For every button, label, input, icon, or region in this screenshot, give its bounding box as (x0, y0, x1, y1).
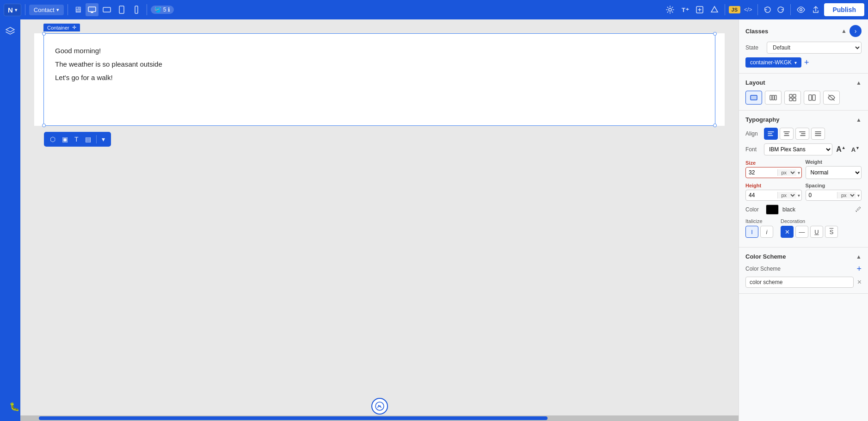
page-name-label: Contact (34, 6, 55, 13)
handle-top-left[interactable] (42, 32, 46, 36)
layout-block-btn[interactable] (745, 91, 762, 105)
canvas-scrollbar-thumb[interactable] (39, 416, 548, 420)
handle-top-right[interactable] (713, 32, 717, 36)
svg-rect-3 (119, 6, 124, 13)
height-input[interactable]: 44 (746, 190, 777, 200)
add-element-btn[interactable] (693, 3, 706, 16)
layers-icon[interactable] (2, 23, 18, 39)
move-icon: ✛ (72, 25, 76, 31)
spacing-unit-select[interactable]: px (837, 192, 856, 198)
deco-line-through-btn[interactable]: — (795, 226, 808, 238)
font-size-increase-btn[interactable]: A▲ (834, 144, 847, 155)
align-center-btn[interactable] (780, 128, 794, 140)
layout-flex-btn[interactable] (765, 91, 782, 105)
layout-hidden-btn[interactable] (823, 91, 840, 105)
svg-rect-17 (789, 98, 792, 101)
color-swatch[interactable] (766, 204, 779, 215)
top-toolbar: N ▾ Contact ▾ 🖥 🪣 5 ℹ T (0, 0, 868, 19)
canvas-scrollbar[interactable] (20, 415, 739, 421)
classes-section-title: Classes (745, 28, 768, 35)
font-size-decrease-btn[interactable]: A▼ (850, 145, 862, 154)
text-line-3: Let's go for a walk! (55, 74, 704, 81)
layout-grid-btn[interactable] (784, 91, 801, 105)
container-label: Container ✛ (43, 24, 80, 31)
right-panel: Classes ▲ › State Default container-WKGK… (739, 19, 868, 421)
element-toolbar-more-btn[interactable]: ▾ (99, 134, 107, 145)
font-select[interactable]: IBM Plex Sans (764, 143, 832, 155)
color-scheme-input[interactable] (745, 277, 854, 288)
height-unit-select[interactable]: px (777, 192, 796, 198)
element-toolbar-connect-btn[interactable]: ⬡ (48, 134, 58, 145)
svg-rect-15 (789, 94, 792, 97)
svg-rect-12 (770, 95, 772, 100)
layout-cols-btn[interactable] (804, 91, 820, 105)
typography-section: Typography ▲ Align (739, 111, 868, 248)
weight-label: Weight (806, 159, 862, 165)
font-label: Font (745, 146, 762, 153)
settings-1-btn[interactable] (664, 3, 677, 16)
device-tablet-btn[interactable] (115, 3, 128, 16)
divider-5 (757, 4, 758, 15)
classes-collapse-icon: ▲ (841, 28, 847, 34)
bug-icon[interactable]: 🐛 (9, 402, 19, 412)
container-element[interactable]: Container ✛ Good morning! The weather is… (43, 33, 715, 126)
size-input[interactable]: 32 (746, 167, 777, 178)
spacing-label: Spacing (806, 183, 862, 188)
history-badge: 🪣 5 ℹ (151, 6, 174, 14)
device-desktop-btn[interactable]: 🖥 (72, 4, 84, 16)
color-scheme-section: Color Scheme ▲ Color Scheme + × (739, 248, 868, 294)
webflow-logo[interactable] (371, 398, 388, 415)
add-class-btn[interactable]: + (804, 58, 809, 67)
deco-none-btn[interactable]: ✕ (781, 226, 794, 238)
element-toolbar-text-btn[interactable]: T (72, 134, 81, 145)
deco-overline-btn[interactable]: S (825, 226, 838, 238)
typography-collapse-icon: ▲ (856, 117, 862, 123)
redo-btn[interactable] (775, 4, 787, 16)
page-selector[interactable]: Contact ▾ (29, 5, 64, 15)
classes-nav-btn[interactable]: › (850, 25, 862, 37)
handle-bottom-right[interactable] (713, 124, 717, 127)
page-dropdown-icon: ▾ (56, 7, 59, 13)
brand-logo[interactable]: N ▾ (4, 4, 21, 16)
code-view-btn[interactable]: </> (742, 5, 754, 14)
italic-on-btn[interactable]: i (760, 226, 773, 238)
share-btn[interactable] (809, 3, 822, 16)
svg-rect-1 (91, 12, 93, 13)
decoration-label: Decoration (781, 218, 862, 224)
class-tag-text: container-WKGK (750, 59, 792, 66)
align-right-btn[interactable] (795, 128, 809, 140)
size-unit-select[interactable]: px (777, 169, 796, 176)
preview-btn[interactable] (794, 3, 807, 16)
italicize-label: Italicize (745, 218, 773, 224)
remove-color-scheme-btn[interactable]: × (857, 278, 862, 286)
class-tag[interactable]: container-WKGK ▾ (745, 57, 801, 68)
svg-rect-16 (793, 94, 796, 97)
element-toolbar-grid-btn[interactable]: ▣ (60, 134, 70, 145)
text-settings-btn[interactable]: T (678, 3, 691, 16)
canvas-area: Container ✛ Good morning! The weather is… (20, 19, 739, 421)
svg-rect-4 (135, 6, 138, 13)
publish-button[interactable]: Publish (824, 3, 864, 16)
state-select[interactable]: Default (767, 42, 862, 54)
spacing-input[interactable]: 0 (806, 190, 837, 200)
js-badge[interactable]: JS (729, 6, 740, 13)
canvas-scroll[interactable]: Container ✛ Good morning! The weather is… (20, 19, 739, 415)
device-monitor-btn[interactable] (86, 3, 98, 16)
italic-off-btn[interactable]: I (745, 226, 758, 238)
weight-select[interactable]: Normal (806, 166, 862, 179)
undo-btn[interactable] (762, 4, 774, 16)
spacing-input-group: 0 px ▾ (806, 190, 862, 201)
add-color-scheme-btn[interactable]: + (856, 265, 862, 273)
device-tablet-landscape-btn[interactable] (100, 3, 113, 16)
divider-6 (790, 4, 791, 15)
eyedropper-btn[interactable] (855, 206, 862, 214)
deco-underline-btn[interactable]: U (810, 226, 823, 238)
assets-btn[interactable] (708, 3, 721, 16)
align-left-btn[interactable] (764, 128, 778, 140)
handle-bottom-left[interactable] (42, 124, 46, 127)
device-mobile-btn[interactable] (130, 3, 143, 16)
brand-icon: N (8, 6, 13, 14)
align-justify-btn[interactable] (811, 128, 825, 140)
layout-section: Layout ▲ (739, 74, 868, 111)
element-toolbar-list-btn[interactable]: ▤ (83, 134, 93, 145)
